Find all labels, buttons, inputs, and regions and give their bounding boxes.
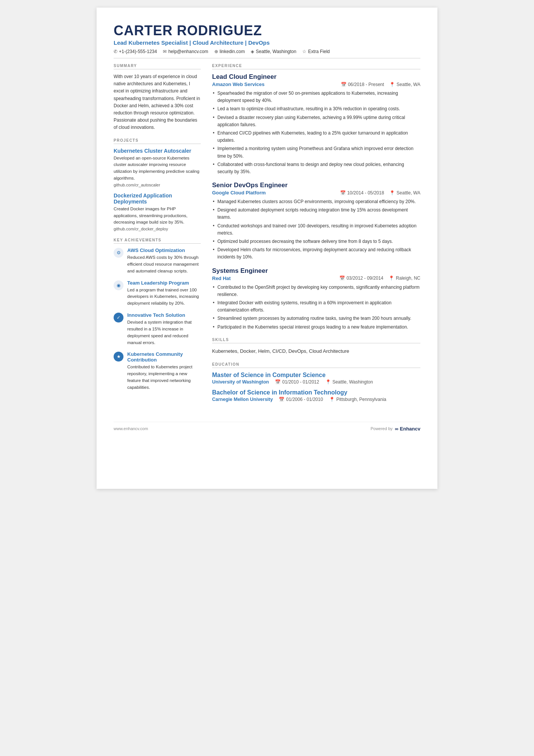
- job-title-3: Systems Engineer: [212, 267, 420, 275]
- job-location-1: 📍 Seattle, WA: [389, 82, 420, 87]
- job-company-row-2: Google Cloud Platform 📅 10/2014 - 05/201…: [212, 190, 420, 196]
- candidate-name: CARTER RODRIGUEZ: [114, 23, 420, 39]
- infinity-icon: ∞: [395, 426, 398, 432]
- job-title-2: Senior DevOps Engineer: [212, 182, 420, 189]
- job-meta-2: 📅 10/2014 - 05/2018 📍 Seattle, WA: [340, 190, 420, 196]
- achievement-icon-wrap-1: ⚙: [114, 248, 123, 258]
- bullet: Participated in the Kubernetes special i…: [212, 324, 420, 331]
- project-title-2: Dockerized Application Deployments: [114, 193, 201, 205]
- job-company-row-3: Red Hat 📅 03/2012 - 09/2014 📍 Raleigh, N…: [212, 275, 420, 281]
- bullet: Contributed to the OpenShift project by …: [212, 284, 420, 298]
- pin-icon: 📍: [389, 275, 394, 281]
- achievement-desc-4: Contributed to Kubernetes project reposi…: [127, 364, 201, 391]
- job-bullets-3: Contributed to the OpenShift project by …: [212, 284, 420, 331]
- achievement-item: ◉ Team Leadership Program Led a program …: [114, 280, 201, 307]
- job-meta-3: 📅 03/2012 - 09/2014 📍 Raleigh, NC: [339, 275, 420, 281]
- edu-block-2: Bachelor of Science in Information Techn…: [212, 389, 420, 402]
- project-link-2: github.com/cr_docker_deploy: [114, 227, 201, 231]
- achievements-label: KEY ACHIEVEMENTS: [114, 238, 201, 244]
- edu-institution-2: Carnegie Mellon University: [212, 397, 273, 402]
- bullet: Streamlined system processes by automati…: [212, 315, 420, 322]
- contact-location: ◈ Seattle, Washington: [251, 49, 296, 54]
- candidate-title: Lead Kubernetes Specialist | Cloud Archi…: [114, 39, 420, 46]
- achievement-item: ✓ Innovative Tech Solution Devised a sys…: [114, 312, 201, 346]
- achievement-content-4: Kubernetes Community Contribution Contri…: [127, 351, 201, 391]
- bullet: Collaborated with cross-functional teams…: [212, 161, 420, 175]
- edu-meta-row-1: University of Washington 📅 01/2010 - 01/…: [212, 379, 420, 385]
- job-block-1: Lead Cloud Engineer Amazon Web Services …: [212, 73, 420, 175]
- bullet: Implemented a monitoring system using Pr…: [212, 145, 420, 160]
- achievement-item: ⚙ AWS Cloud Optimization Reduced AWS cos…: [114, 247, 201, 274]
- star-icon: ☆: [302, 49, 306, 54]
- skills-label: SKILLS: [212, 338, 420, 343]
- edu-location-2: 📍 Pittsburgh, Pennsylvania: [329, 397, 386, 402]
- achievement-desc-2: Led a program that trained over 100 deve…: [127, 287, 201, 307]
- experience-label: EXPERIENCE: [212, 64, 420, 69]
- job-bullets-2: Managed Kubernetes clusters across GCP e…: [212, 198, 420, 261]
- footer-url: www.enhancv.com: [114, 426, 148, 431]
- phone-icon: ✆: [114, 49, 117, 54]
- bullet: Designed automated deployment scripts re…: [212, 207, 420, 221]
- project-title-1: Kubernetes Cluster Autoscaler: [114, 148, 201, 154]
- project-link-1: github.com/cr_autoscaler: [114, 183, 201, 187]
- job-location-2: 📍 Seattle, WA: [389, 190, 420, 196]
- job-dates-2: 📅 10/2014 - 05/2018: [340, 190, 384, 196]
- contact-row: ✆ +1-(234)-555-1234 ✉ help@enhancv.com ⊕…: [114, 49, 420, 58]
- achievement-icon-wrap-4: ★: [114, 352, 123, 362]
- achievement-icon-wrap-2: ◉: [114, 280, 123, 290]
- email-icon: ✉: [163, 49, 167, 54]
- project-item: Kubernetes Cluster Autoscaler Developed …: [114, 148, 201, 187]
- bullet: Developed Helm charts for microservices,…: [212, 246, 420, 261]
- edu-dates-1: 📅 01/2010 - 01/2012: [275, 379, 319, 385]
- star-filled-icon: ★: [117, 354, 121, 359]
- footer-powered-by: Powered by ∞ Enhancv: [370, 426, 420, 432]
- calendar-icon: 📅: [340, 190, 346, 196]
- calendar-icon: 📅: [341, 82, 347, 87]
- skills-text: Kubernetes, Docker, Helm, CI/CD, DevOps,…: [212, 347, 420, 355]
- calendar-icon: 📅: [279, 397, 284, 402]
- check-icon: ✓: [117, 315, 120, 320]
- edu-degree-2: Bachelor of Science in Information Techn…: [212, 389, 420, 396]
- job-title-1: Lead Cloud Engineer: [212, 73, 420, 81]
- gear-icon: ⚙: [117, 250, 121, 255]
- left-column: SUMMARY With over 10 years of experience…: [114, 64, 201, 407]
- footer: www.enhancv.com Powered by ∞ Enhancv: [114, 422, 420, 432]
- edu-institution-1: University of Washington: [212, 379, 269, 385]
- achievement-content-3: Innovative Tech Solution Devised a syste…: [127, 312, 201, 346]
- link-icon: ⊕: [214, 49, 218, 54]
- job-block-2: Senior DevOps Engineer Google Cloud Plat…: [212, 182, 420, 261]
- pin-icon: 📍: [389, 82, 395, 87]
- bullet: Led a team to optimize cloud infrastruct…: [212, 105, 420, 113]
- project-item: Dockerized Application Deployments Creat…: [114, 193, 201, 231]
- job-company-2: Google Cloud Platform: [212, 190, 266, 196]
- enhancv-logo: ∞ Enhancv: [395, 426, 420, 432]
- edu-dates-2: 📅 01/2006 - 01/2010: [279, 397, 323, 402]
- job-block-3: Systems Engineer Red Hat 📅 03/2012 - 09/…: [212, 267, 420, 331]
- edu-block-1: Master of Science in Computer Science Un…: [212, 372, 420, 385]
- bullet: Managed Kubernetes clusters across GCP e…: [212, 198, 420, 205]
- job-location-3: 📍 Raleigh, NC: [389, 275, 420, 281]
- projects-label: PROJECTS: [114, 138, 201, 144]
- person-icon: ◉: [117, 283, 120, 288]
- location-icon: ◈: [251, 49, 254, 54]
- achievement-content-2: Team Leadership Program Led a program th…: [127, 280, 201, 307]
- pin-icon: 📍: [325, 379, 331, 385]
- achievement-content-1: AWS Cloud Optimization Reduced AWS costs…: [127, 247, 201, 274]
- project-desc-2: Created Docker images for PHP applicatio…: [114, 206, 201, 226]
- summary-label: SUMMARY: [114, 64, 201, 69]
- achievement-desc-3: Devised a system integration that result…: [127, 319, 201, 346]
- achievement-desc-1: Reduced AWS costs by 30% through efficie…: [127, 254, 201, 274]
- job-meta-1: 📅 06/2018 - Present 📍 Seattle, WA: [341, 82, 420, 87]
- edu-location-1: 📍 Seattle, Washington: [325, 379, 373, 385]
- main-layout: SUMMARY With over 10 years of experience…: [114, 64, 420, 407]
- contact-phone: ✆ +1-(234)-555-1234: [114, 49, 157, 54]
- job-dates-1: 📅 06/2018 - Present: [341, 82, 384, 87]
- bullet: Optimized build processes decreasing the…: [212, 238, 420, 245]
- pin-icon: 📍: [329, 397, 335, 402]
- bullet: Enhanced CI/CD pipelines with Kubernetes…: [212, 130, 420, 144]
- resume-page: CARTER RODRIGUEZ Lead Kubernetes Special…: [97, 8, 437, 489]
- summary-text: With over 10 years of experience in clou…: [114, 73, 201, 131]
- pin-icon: 📍: [389, 190, 395, 196]
- contact-extra: ☆ Extra Field: [302, 49, 329, 54]
- job-company-row-1: Amazon Web Services 📅 06/2018 - Present …: [212, 81, 420, 87]
